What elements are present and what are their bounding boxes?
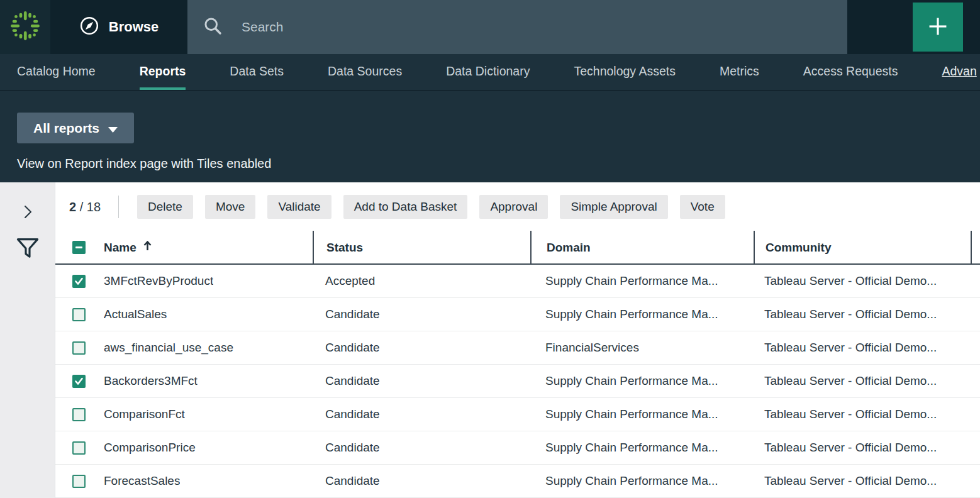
table-row[interactable]: ActualSales Candidate Supply Chain Perfo… — [55, 298, 980, 331]
cell-name[interactable]: ForecastSales — [104, 474, 313, 488]
asset-community: Tableau Server - Official Demo... — [764, 374, 937, 387]
view-selector-label: All reports — [33, 121, 99, 136]
bulk-actions-toolbar: 2 / 18 DeleteMoveValidateAdd to Data Bas… — [55, 192, 980, 222]
cell-status: Candidate — [313, 441, 530, 455]
row-checkbox[interactable] — [72, 275, 86, 288]
table-row[interactable]: aws_financial_use_case Candidate Financi… — [55, 331, 980, 365]
nav-tab-label: Data Sources — [328, 64, 402, 79]
cell-name[interactable]: aws_financial_use_case — [104, 341, 313, 355]
row-checkbox[interactable] — [72, 475, 86, 488]
nav-tab-data-sources[interactable]: Data Sources — [328, 54, 402, 90]
nav-tab-label: Access Requests — [803, 64, 898, 79]
asset-name: 3MFctRevByProduct — [104, 274, 213, 288]
cell-status: Candidate — [313, 407, 530, 421]
app-window: Browse Catalog Home Reports — [0, 0, 980, 498]
asset-name: aws_financial_use_case — [104, 341, 233, 355]
asset-community: Tableau Server - Official Demo... — [764, 407, 937, 421]
cell-status: Accepted — [313, 274, 530, 288]
column-header-label: Status — [326, 241, 363, 255]
cell-name[interactable]: ComparisonFct — [104, 407, 313, 421]
table-row[interactable]: ForecastSales Candidate Supply Chain Per… — [55, 465, 980, 498]
asset-domain: Supply Chain Performance Ma... — [545, 374, 718, 387]
collibra-logo[interactable] — [0, 0, 50, 54]
global-search — [187, 0, 847, 54]
asset-status: Candidate — [325, 307, 380, 321]
filter-button[interactable] — [14, 235, 42, 263]
vote-button[interactable]: Vote — [680, 195, 725, 219]
cell-domain: Supply Chain Performance Ma... — [530, 407, 754, 421]
asset-status: Candidate — [325, 341, 380, 354]
total-number: / 18 — [76, 200, 101, 214]
nav-tab-metrics[interactable]: Metrics — [720, 54, 759, 90]
header-checkbox-cell — [55, 241, 104, 254]
cell-name[interactable]: ComparisonPrice — [104, 441, 313, 455]
cell-status: Candidate — [313, 307, 530, 321]
cell-community: Tableau Server - Official Demo... — [754, 441, 972, 455]
reports-table: Name Status Domain Community — [55, 231, 980, 498]
asset-domain: Supply Chain Performance Ma... — [545, 407, 718, 421]
main-area: 2 / 18 DeleteMoveValidateAdd to Data Bas… — [0, 182, 980, 498]
cell-community: Tableau Server - Official Demo... — [754, 341, 972, 355]
toolbar-buttons: DeleteMoveValidateAdd to Data BasketAppr… — [137, 195, 737, 219]
compass-icon — [79, 16, 99, 38]
view-selector-dropdown[interactable]: All reports — [17, 113, 134, 143]
chevron-right-icon — [20, 202, 35, 223]
row-checkbox[interactable] — [72, 308, 86, 321]
nav-tab-catalog-home[interactable]: Catalog Home — [17, 54, 96, 90]
search-input[interactable] — [242, 19, 745, 35]
column-header-domain[interactable]: Domain — [530, 231, 754, 264]
select-all-checkbox[interactable] — [72, 241, 86, 254]
validate-button[interactable]: Validate — [267, 195, 331, 219]
nav-tab-data-sets[interactable]: Data Sets — [230, 54, 284, 90]
simple-approval-button[interactable]: Simple Approval — [560, 195, 667, 219]
add-to-data-basket-button[interactable]: Add to Data Basket — [343, 195, 468, 219]
row-checkbox-cell — [55, 475, 104, 488]
column-header-status[interactable]: Status — [313, 231, 530, 264]
selected-number: 2 — [69, 200, 76, 214]
row-checkbox[interactable] — [72, 341, 86, 355]
browse-label: Browse — [109, 19, 159, 35]
cell-status: Candidate — [313, 341, 530, 355]
asset-domain: Supply Chain Performance Ma... — [545, 474, 718, 487]
approval-button[interactable]: Approval — [479, 195, 548, 219]
browse-menu-button[interactable]: Browse — [50, 0, 187, 54]
table-row[interactable]: Backorders3MFct Candidate Supply Chain P… — [55, 365, 980, 398]
nav-tab-advan[interactable]: Advan — [942, 54, 976, 90]
expand-sidebar-button[interactable] — [14, 199, 42, 226]
cell-domain: Supply Chain Performance Ma... — [530, 274, 754, 288]
plus-icon — [926, 14, 950, 40]
row-checkbox-cell — [55, 375, 104, 388]
asset-name: ActualSales — [104, 307, 167, 321]
create-asset-button[interactable] — [913, 3, 963, 52]
move-button[interactable]: Move — [205, 195, 255, 219]
cell-domain: Supply Chain Performance Ma... — [530, 307, 754, 321]
check-icon — [74, 377, 84, 385]
table-row[interactable]: 3MFctRevByProduct Accepted Supply Chain … — [55, 265, 980, 298]
row-checkbox[interactable] — [72, 441, 86, 455]
asset-domain: Supply Chain Performance Ma... — [545, 307, 718, 321]
nav-tab-data-dictionary[interactable]: Data Dictionary — [446, 54, 530, 90]
column-header-name[interactable]: Name — [104, 240, 313, 255]
row-checkbox[interactable] — [72, 408, 86, 421]
row-checkbox[interactable] — [72, 375, 86, 388]
cell-name[interactable]: 3MFctRevByProduct — [104, 274, 313, 288]
cell-name[interactable]: ActualSales — [104, 307, 313, 321]
table-header-row: Name Status Domain Community — [55, 231, 980, 265]
row-checkbox-cell — [55, 408, 104, 421]
table-row[interactable]: ComparisonFct Candidate Supply Chain Per… — [55, 398, 980, 431]
cell-community: Tableau Server - Official Demo... — [754, 307, 972, 321]
column-header-community[interactable]: Community — [754, 231, 972, 264]
asset-status: Candidate — [325, 407, 380, 421]
filter-funnel-icon — [16, 238, 39, 261]
nav-tab-label: Catalog Home — [17, 64, 96, 79]
nav-tab-access-requests[interactable]: Access Requests — [803, 54, 898, 90]
delete-button[interactable]: Delete — [137, 195, 193, 219]
nav-tab-reports[interactable]: Reports — [140, 54, 186, 90]
cell-name[interactable]: Backorders3MFct — [104, 374, 313, 388]
nav-tab-technology-assets[interactable]: Technology Assets — [574, 54, 676, 90]
collibra-logo-icon — [9, 10, 41, 44]
cell-domain: Supply Chain Performance Ma... — [530, 474, 754, 488]
asset-name: Backorders3MFct — [104, 374, 198, 388]
cell-community: Tableau Server - Official Demo... — [754, 274, 972, 288]
table-row[interactable]: ComparisonPrice Candidate Supply Chain P… — [55, 431, 980, 465]
